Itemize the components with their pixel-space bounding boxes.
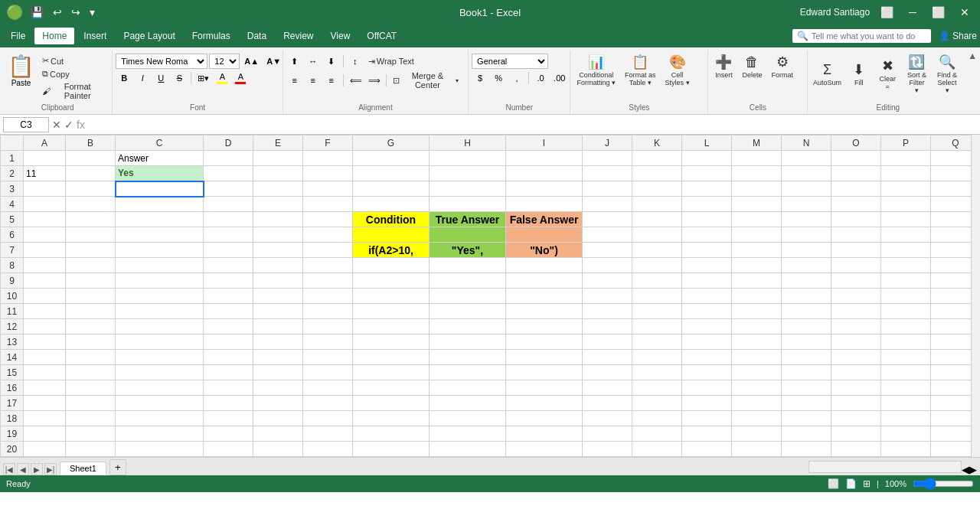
cell-d12[interactable] xyxy=(204,319,253,334)
cell-o9[interactable] xyxy=(831,273,881,289)
cell-a17[interactable] xyxy=(24,396,66,411)
cell-f4[interactable] xyxy=(303,197,353,212)
cell-b17[interactable] xyxy=(66,396,116,411)
cell-o17[interactable] xyxy=(831,396,881,411)
cell-j8[interactable] xyxy=(583,258,632,273)
cell-h3[interactable] xyxy=(430,181,506,197)
cell-n19[interactable] xyxy=(782,426,831,442)
col-header-c[interactable]: C xyxy=(116,135,204,151)
cell-p8[interactable] xyxy=(881,258,931,273)
cell-e8[interactable] xyxy=(253,258,303,273)
cell-d5[interactable] xyxy=(204,212,253,227)
search-input[interactable] xyxy=(812,31,926,41)
col-header-q[interactable]: Q xyxy=(931,135,972,151)
cell-i4[interactable] xyxy=(506,197,583,212)
increase-indent-button[interactable]: ⟹ xyxy=(365,73,383,88)
cell-l14[interactable] xyxy=(682,350,732,365)
underline-button[interactable]: U xyxy=(152,70,169,86)
cell-g8[interactable] xyxy=(353,258,430,273)
format-button[interactable]: ⚙ Format xyxy=(769,52,797,80)
cell-a1[interactable] xyxy=(24,151,66,166)
cell-a8[interactable] xyxy=(24,258,66,273)
cell-c7[interactable] xyxy=(116,243,204,258)
cell-e20[interactable] xyxy=(253,442,303,457)
cell-k7[interactable] xyxy=(632,243,682,258)
row-header-2[interactable]: 2 xyxy=(1,166,24,181)
cell-c9[interactable] xyxy=(116,273,204,289)
cell-c20[interactable] xyxy=(116,442,204,457)
cell-i3[interactable] xyxy=(506,181,583,197)
cell-i6[interactable] xyxy=(506,227,583,243)
menu-file[interactable]: File xyxy=(3,28,33,44)
cell-j10[interactable] xyxy=(583,289,632,304)
cell-g9[interactable] xyxy=(353,273,430,289)
cell-e9[interactable] xyxy=(253,273,303,289)
cell-e14[interactable] xyxy=(253,350,303,365)
cell-c10[interactable] xyxy=(116,289,204,304)
cell-h18[interactable] xyxy=(430,411,506,426)
ribbon-expand-button[interactable]: ▲ xyxy=(968,51,977,61)
sheet-nav-prev[interactable]: ◀ xyxy=(17,463,29,475)
cell-k9[interactable] xyxy=(632,273,682,289)
cell-m9[interactable] xyxy=(732,273,782,289)
cell-h8[interactable] xyxy=(430,258,506,273)
cell-n6[interactable] xyxy=(782,227,831,243)
cell-p19[interactable] xyxy=(881,426,931,442)
cell-g14[interactable] xyxy=(353,350,430,365)
cell-j1[interactable] xyxy=(583,151,632,166)
cell-k1[interactable] xyxy=(632,151,682,166)
row-header-7[interactable]: 7 xyxy=(1,243,24,258)
cell-h9[interactable] xyxy=(430,273,506,289)
cell-p3[interactable] xyxy=(881,181,931,197)
cell-g15[interactable] xyxy=(353,365,430,380)
col-header-f[interactable]: F xyxy=(303,135,353,151)
cell-i5[interactable]: False Answer xyxy=(506,212,583,227)
cell-a11[interactable] xyxy=(24,304,66,319)
cell-h2[interactable] xyxy=(430,166,506,181)
font-size-select[interactable]: 12 xyxy=(209,54,240,69)
cell-o19[interactable] xyxy=(831,426,881,442)
row-header-19[interactable]: 19 xyxy=(1,426,24,442)
layout-toggle-button[interactable]: ⬜ xyxy=(876,5,898,20)
cell-k5[interactable] xyxy=(632,212,682,227)
cell-j19[interactable] xyxy=(583,426,632,442)
cell-m19[interactable] xyxy=(732,426,782,442)
cell-e2[interactable] xyxy=(253,166,303,181)
italic-button[interactable]: I xyxy=(134,70,151,86)
cell-o14[interactable] xyxy=(831,350,881,365)
cell-m13[interactable] xyxy=(732,334,782,350)
col-header-h[interactable]: H xyxy=(430,135,506,151)
cell-k18[interactable] xyxy=(632,411,682,426)
cell-g2[interactable] xyxy=(353,166,430,181)
cell-i15[interactable] xyxy=(506,365,583,380)
add-sheet-button[interactable]: + xyxy=(109,459,126,475)
decrease-font-button[interactable]: A▼ xyxy=(263,54,284,69)
cell-k19[interactable] xyxy=(632,426,682,442)
cell-i14[interactable] xyxy=(506,350,583,365)
cell-n12[interactable] xyxy=(782,319,831,334)
row-header-8[interactable]: 8 xyxy=(1,258,24,273)
cell-p20[interactable] xyxy=(881,442,931,457)
cell-b7[interactable] xyxy=(66,243,116,258)
cell-n1[interactable] xyxy=(782,151,831,166)
cell-d2[interactable] xyxy=(204,166,253,181)
cell-i10[interactable] xyxy=(506,289,583,304)
cell-n2[interactable] xyxy=(782,166,831,181)
cell-p4[interactable] xyxy=(881,197,931,212)
cell-e12[interactable] xyxy=(253,319,303,334)
cell-h5[interactable]: True Answer xyxy=(430,212,506,227)
cell-l6[interactable] xyxy=(682,227,732,243)
align-center-button[interactable]: ≡ xyxy=(305,73,322,88)
cell-n5[interactable] xyxy=(782,212,831,227)
cell-f13[interactable] xyxy=(303,334,353,350)
cancel-formula-button[interactable]: ✕ xyxy=(52,119,61,131)
decrease-decimal-button[interactable]: .0 xyxy=(532,70,549,86)
cell-p7[interactable] xyxy=(881,243,931,258)
cell-l13[interactable] xyxy=(682,334,732,350)
cell-h7[interactable]: "Yes", xyxy=(430,243,506,258)
cell-l4[interactable] xyxy=(682,197,732,212)
cell-n13[interactable] xyxy=(782,334,831,350)
menu-data[interactable]: Data xyxy=(240,28,274,44)
cell-a13[interactable] xyxy=(24,334,66,350)
cell-p2[interactable] xyxy=(881,166,931,181)
